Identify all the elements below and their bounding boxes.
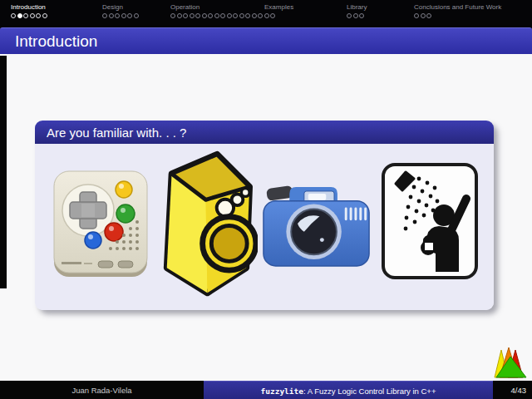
camera-icon bbox=[262, 183, 372, 268]
presentation-slide: Introduction Design Operation Examples L… bbox=[0, 0, 532, 399]
section-nav-bar: Introduction Design Operation Examples L… bbox=[0, 0, 532, 27]
nav-section-library[interactable]: Library bbox=[347, 3, 367, 18]
nav-section-conclusions[interactable]: Conclusions and Future Work bbox=[414, 3, 501, 18]
footer-brand: fuzzylite bbox=[261, 387, 303, 396]
frame-title-bar: Introduction bbox=[0, 27, 532, 55]
footer-author: Juan Rada-Vilela bbox=[0, 381, 204, 399]
fuzzylite-logo bbox=[492, 342, 529, 379]
nav-frame-dots[interactable] bbox=[11, 13, 48, 18]
block-header: Are you familiar with. . . ? bbox=[35, 121, 494, 144]
nav-section-operation[interactable]: Operation bbox=[170, 3, 277, 18]
example-block: Are you familiar with. . . ? bbox=[35, 121, 494, 310]
nav-section-design[interactable]: Design bbox=[102, 3, 140, 18]
nav-section-label[interactable]: Library bbox=[347, 3, 367, 11]
footer-title: fuzzylite: A Fuzzy Logic Control Library… bbox=[204, 381, 493, 399]
frame-title: Introduction bbox=[0, 32, 97, 51]
nav-section-label[interactable]: Operation bbox=[170, 3, 277, 11]
footer-bar: Juan Rada-Vilela fuzzylite: A Fuzzy Logi… bbox=[0, 381, 532, 399]
nav-frame-dots[interactable] bbox=[170, 13, 277, 18]
washing-machine-icon bbox=[154, 146, 258, 304]
nav-frame-dots[interactable] bbox=[414, 13, 501, 18]
footer-title-rest: : A Fuzzy Logic Control Library in C++ bbox=[303, 387, 436, 396]
nav-section-introduction[interactable]: Introduction bbox=[11, 3, 48, 18]
nav-section-label[interactable]: Examples bbox=[264, 3, 293, 11]
nav-section-examples[interactable]: Examples bbox=[264, 3, 293, 13]
game-controller-icon bbox=[52, 169, 150, 279]
nav-section-label[interactable]: Design bbox=[102, 3, 140, 11]
footer-page-number: 4/43 bbox=[493, 381, 532, 399]
slide-body: Are you familiar with. . . ? bbox=[0, 54, 532, 381]
video-edge-strip bbox=[0, 56, 7, 288]
nav-section-label[interactable]: Conclusions and Future Work bbox=[414, 3, 501, 11]
shower-sign-icon bbox=[381, 162, 479, 280]
block-body bbox=[35, 144, 494, 310]
nav-frame-dots[interactable] bbox=[102, 13, 140, 18]
block-title: Are you familiar with. . . ? bbox=[35, 126, 186, 140]
nav-section-label[interactable]: Introduction bbox=[11, 3, 48, 11]
nav-frame-dots[interactable] bbox=[347, 13, 367, 18]
